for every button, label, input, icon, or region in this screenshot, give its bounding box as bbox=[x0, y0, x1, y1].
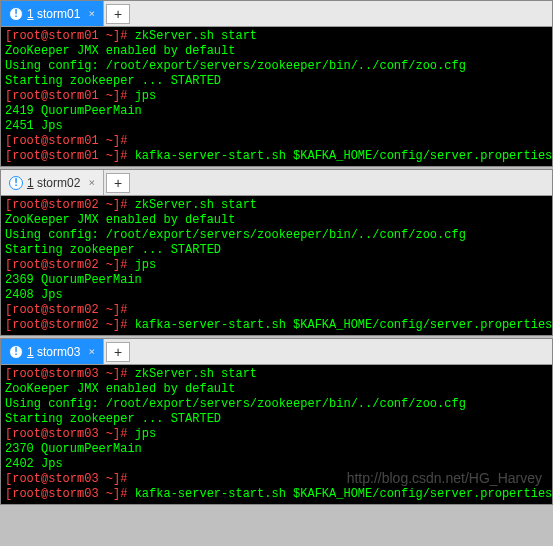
terminal-line: ZooKeeper JMX enabled by default bbox=[5, 213, 548, 228]
terminal-output[interactable]: [root@storm02 ~]# zkServer.sh startZooKe… bbox=[1, 196, 552, 335]
terminal-line: Starting zookeeper ... STARTED bbox=[5, 243, 548, 258]
terminal-line: [root@storm03 ~]# jps bbox=[5, 427, 548, 442]
output-text: Using config: /root/export/servers/zooke… bbox=[5, 59, 466, 73]
terminal-line: 2369 QuorumPeerMain bbox=[5, 273, 548, 288]
tab-storm01[interactable]: !1 storm01× bbox=[1, 1, 104, 26]
output-text: 2451 Jps bbox=[5, 119, 63, 133]
output-text: ZooKeeper JMX enabled by default bbox=[5, 382, 235, 396]
output-text: 2408 Jps bbox=[5, 288, 63, 302]
terminal-line: [root@storm03 ~]# bbox=[5, 472, 548, 487]
terminal-line: [root@storm01 ~]# zkServer.sh start bbox=[5, 29, 548, 44]
tab-storm02[interactable]: !1 storm02× bbox=[1, 170, 104, 195]
output-text: Starting zookeeper ... STARTED bbox=[5, 74, 221, 88]
new-tab-button[interactable]: + bbox=[106, 173, 130, 193]
new-tab-button[interactable]: + bbox=[106, 342, 130, 362]
info-icon: ! bbox=[9, 345, 23, 359]
terminal-window: !1 storm01×+[root@storm01 ~]# zkServer.s… bbox=[0, 0, 553, 167]
terminal-line: [root@storm01 ~]# bbox=[5, 134, 548, 149]
terminal-line: 2370 QuorumPeerMain bbox=[5, 442, 548, 457]
shell-command: zkServer.sh start bbox=[135, 29, 257, 43]
terminal-line: [root@storm02 ~]# bbox=[5, 303, 548, 318]
tab-bar: !1 storm01×+ bbox=[1, 1, 552, 27]
terminal-line: [root@storm01 ~]# jps bbox=[5, 89, 548, 104]
terminal-line: Using config: /root/export/servers/zooke… bbox=[5, 59, 548, 74]
terminal-line: ZooKeeper JMX enabled by default bbox=[5, 382, 548, 397]
terminal-line: Starting zookeeper ... STARTED bbox=[5, 74, 548, 89]
output-text: Using config: /root/export/servers/zooke… bbox=[5, 228, 466, 242]
terminal-line: 2451 Jps bbox=[5, 119, 548, 134]
shell-command: jps bbox=[135, 258, 157, 272]
close-icon[interactable]: × bbox=[88, 345, 95, 358]
terminal-line: [root@storm02 ~]# kafka-server-start.sh … bbox=[5, 318, 548, 333]
shell-prompt: [root@storm02 ~]# bbox=[5, 318, 135, 332]
terminal-output[interactable]: [root@storm03 ~]# zkServer.sh startZooKe… bbox=[1, 365, 552, 504]
terminal-line: Starting zookeeper ... STARTED bbox=[5, 412, 548, 427]
terminal-window: !1 storm03×+[root@storm03 ~]# zkServer.s… bbox=[0, 338, 553, 505]
terminal-line: [root@storm03 ~]# kafka-server-start.sh … bbox=[5, 487, 548, 502]
info-icon: ! bbox=[9, 7, 23, 21]
tab-title: 1 storm03 bbox=[27, 345, 80, 359]
terminal-line: [root@storm03 ~]# zkServer.sh start bbox=[5, 367, 548, 382]
output-text: Starting zookeeper ... STARTED bbox=[5, 412, 221, 426]
output-text: 2402 Jps bbox=[5, 457, 63, 471]
shell-command: kafka-server-start.sh $KAFKA_HOME/config… bbox=[135, 149, 552, 163]
shell-command: zkServer.sh start bbox=[135, 198, 257, 212]
output-text: 2370 QuorumPeerMain bbox=[5, 442, 142, 456]
output-text: ZooKeeper JMX enabled by default bbox=[5, 44, 235, 58]
output-text: 2419 QuorumPeerMain bbox=[5, 104, 142, 118]
shell-prompt: [root@storm01 ~]# bbox=[5, 134, 127, 148]
shell-command: kafka-server-start.sh $KAFKA_HOME/config… bbox=[135, 318, 552, 332]
close-icon[interactable]: × bbox=[88, 7, 95, 20]
shell-prompt: [root@storm01 ~]# bbox=[5, 29, 135, 43]
tab-title: 1 storm01 bbox=[27, 7, 80, 21]
output-text: 2369 QuorumPeerMain bbox=[5, 273, 142, 287]
terminal-line: [root@storm01 ~]# kafka-server-start.sh … bbox=[5, 149, 548, 164]
shell-prompt: [root@storm01 ~]# bbox=[5, 89, 135, 103]
shell-prompt: [root@storm02 ~]# bbox=[5, 303, 127, 317]
terminal-output[interactable]: [root@storm01 ~]# zkServer.sh startZooKe… bbox=[1, 27, 552, 166]
terminal-window: !1 storm02×+[root@storm02 ~]# zkServer.s… bbox=[0, 169, 553, 336]
shell-prompt: [root@storm03 ~]# bbox=[5, 427, 135, 441]
shell-command: jps bbox=[135, 89, 157, 103]
output-text: Starting zookeeper ... STARTED bbox=[5, 243, 221, 257]
new-tab-button[interactable]: + bbox=[106, 4, 130, 24]
tab-bar: !1 storm03×+ bbox=[1, 339, 552, 365]
shell-prompt: [root@storm01 ~]# bbox=[5, 149, 135, 163]
shell-prompt: [root@storm03 ~]# bbox=[5, 367, 135, 381]
tab-storm03[interactable]: !1 storm03× bbox=[1, 339, 104, 364]
output-text: ZooKeeper JMX enabled by default bbox=[5, 213, 235, 227]
terminal-line: Using config: /root/export/servers/zooke… bbox=[5, 397, 548, 412]
shell-command: kafka-server-start.sh $KAFKA_HOME/config… bbox=[135, 487, 552, 501]
shell-prompt: [root@storm03 ~]# bbox=[5, 487, 135, 501]
shell-prompt: [root@storm02 ~]# bbox=[5, 198, 135, 212]
terminal-line: 2402 Jps bbox=[5, 457, 548, 472]
terminal-line: ZooKeeper JMX enabled by default bbox=[5, 44, 548, 59]
tab-title: 1 storm02 bbox=[27, 176, 80, 190]
shell-prompt: [root@storm03 ~]# bbox=[5, 472, 127, 486]
terminal-line: Using config: /root/export/servers/zooke… bbox=[5, 228, 548, 243]
shell-command: zkServer.sh start bbox=[135, 367, 257, 381]
output-text: Using config: /root/export/servers/zooke… bbox=[5, 397, 466, 411]
close-icon[interactable]: × bbox=[88, 176, 95, 189]
terminal-line: 2408 Jps bbox=[5, 288, 548, 303]
tab-bar: !1 storm02×+ bbox=[1, 170, 552, 196]
shell-command: jps bbox=[135, 427, 157, 441]
shell-prompt: [root@storm02 ~]# bbox=[5, 258, 135, 272]
info-icon: ! bbox=[9, 176, 23, 190]
terminal-line: [root@storm02 ~]# jps bbox=[5, 258, 548, 273]
terminal-line: 2419 QuorumPeerMain bbox=[5, 104, 548, 119]
terminal-line: [root@storm02 ~]# zkServer.sh start bbox=[5, 198, 548, 213]
